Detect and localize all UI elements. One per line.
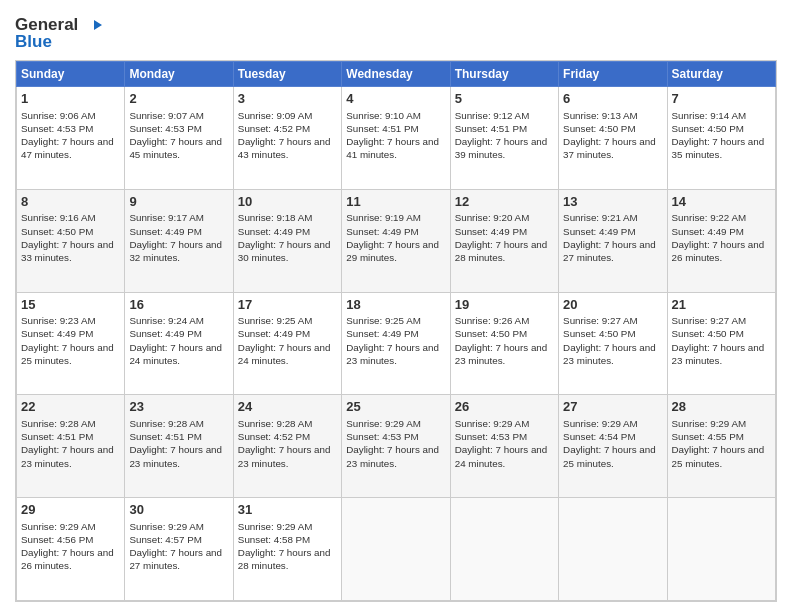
weekday-thursday: Thursday — [450, 62, 558, 87]
day-number: 29 — [21, 501, 120, 519]
calendar-cell: 22Sunrise: 9:28 AMSunset: 4:51 PMDayligh… — [17, 395, 125, 498]
calendar-cell: 8Sunrise: 9:16 AMSunset: 4:50 PMDaylight… — [17, 189, 125, 292]
calendar-cell: 13Sunrise: 9:21 AMSunset: 4:49 PMDayligh… — [559, 189, 667, 292]
calendar-cell: 16Sunrise: 9:24 AMSunset: 4:49 PMDayligh… — [125, 292, 233, 395]
day-number: 20 — [563, 296, 662, 314]
calendar-cell: 12Sunrise: 9:20 AMSunset: 4:49 PMDayligh… — [450, 189, 558, 292]
day-number: 9 — [129, 193, 228, 211]
calendar-cell: 1Sunrise: 9:06 AMSunset: 4:53 PMDaylight… — [17, 87, 125, 190]
day-info: Sunrise: 9:06 AMSunset: 4:53 PMDaylight:… — [21, 109, 120, 162]
day-info: Sunrise: 9:13 AMSunset: 4:50 PMDaylight:… — [563, 109, 662, 162]
header: General Blue — [15, 10, 777, 52]
day-number: 16 — [129, 296, 228, 314]
day-info: Sunrise: 9:24 AMSunset: 4:49 PMDaylight:… — [129, 314, 228, 367]
day-info: Sunrise: 9:25 AMSunset: 4:49 PMDaylight:… — [238, 314, 337, 367]
calendar-cell: 9Sunrise: 9:17 AMSunset: 4:49 PMDaylight… — [125, 189, 233, 292]
day-number: 4 — [346, 90, 445, 108]
day-number: 11 — [346, 193, 445, 211]
calendar-cell: 2Sunrise: 9:07 AMSunset: 4:53 PMDaylight… — [125, 87, 233, 190]
day-info: Sunrise: 9:26 AMSunset: 4:50 PMDaylight:… — [455, 314, 554, 367]
weekday-friday: Friday — [559, 62, 667, 87]
calendar-cell — [667, 498, 775, 601]
day-info: Sunrise: 9:23 AMSunset: 4:49 PMDaylight:… — [21, 314, 120, 367]
calendar-cell: 29Sunrise: 9:29 AMSunset: 4:56 PMDayligh… — [17, 498, 125, 601]
day-info: Sunrise: 9:22 AMSunset: 4:49 PMDaylight:… — [672, 211, 771, 264]
day-info: Sunrise: 9:29 AMSunset: 4:53 PMDaylight:… — [346, 417, 445, 470]
day-number: 22 — [21, 398, 120, 416]
day-number: 6 — [563, 90, 662, 108]
day-info: Sunrise: 9:20 AMSunset: 4:49 PMDaylight:… — [455, 211, 554, 264]
calendar-cell — [559, 498, 667, 601]
day-number: 12 — [455, 193, 554, 211]
calendar-cell: 20Sunrise: 9:27 AMSunset: 4:50 PMDayligh… — [559, 292, 667, 395]
day-number: 24 — [238, 398, 337, 416]
day-info: Sunrise: 9:10 AMSunset: 4:51 PMDaylight:… — [346, 109, 445, 162]
day-number: 31 — [238, 501, 337, 519]
day-info: Sunrise: 9:29 AMSunset: 4:58 PMDaylight:… — [238, 520, 337, 573]
day-info: Sunrise: 9:16 AMSunset: 4:50 PMDaylight:… — [21, 211, 120, 264]
calendar-week-row: 1Sunrise: 9:06 AMSunset: 4:53 PMDaylight… — [17, 87, 776, 190]
day-number: 17 — [238, 296, 337, 314]
calendar: SundayMondayTuesdayWednesdayThursdayFrid… — [15, 60, 777, 602]
day-info: Sunrise: 9:14 AMSunset: 4:50 PMDaylight:… — [672, 109, 771, 162]
weekday-tuesday: Tuesday — [233, 62, 341, 87]
day-info: Sunrise: 9:18 AMSunset: 4:49 PMDaylight:… — [238, 211, 337, 264]
calendar-cell: 7Sunrise: 9:14 AMSunset: 4:50 PMDaylight… — [667, 87, 775, 190]
calendar-cell: 15Sunrise: 9:23 AMSunset: 4:49 PMDayligh… — [17, 292, 125, 395]
calendar-cell: 14Sunrise: 9:22 AMSunset: 4:49 PMDayligh… — [667, 189, 775, 292]
day-info: Sunrise: 9:28 AMSunset: 4:51 PMDaylight:… — [21, 417, 120, 470]
day-number: 23 — [129, 398, 228, 416]
calendar-week-row: 29Sunrise: 9:29 AMSunset: 4:56 PMDayligh… — [17, 498, 776, 601]
day-info: Sunrise: 9:12 AMSunset: 4:51 PMDaylight:… — [455, 109, 554, 162]
calendar-cell: 11Sunrise: 9:19 AMSunset: 4:49 PMDayligh… — [342, 189, 450, 292]
page-container: General Blue SundayMondayTuesdayWednesda… — [0, 0, 792, 612]
day-info: Sunrise: 9:28 AMSunset: 4:52 PMDaylight:… — [238, 417, 337, 470]
day-info: Sunrise: 9:27 AMSunset: 4:50 PMDaylight:… — [563, 314, 662, 367]
weekday-monday: Monday — [125, 62, 233, 87]
day-number: 1 — [21, 90, 120, 108]
calendar-cell: 28Sunrise: 9:29 AMSunset: 4:55 PMDayligh… — [667, 395, 775, 498]
weekday-saturday: Saturday — [667, 62, 775, 87]
day-info: Sunrise: 9:28 AMSunset: 4:51 PMDaylight:… — [129, 417, 228, 470]
weekday-wednesday: Wednesday — [342, 62, 450, 87]
day-number: 10 — [238, 193, 337, 211]
logo-text-blue: Blue — [15, 32, 52, 52]
day-number: 27 — [563, 398, 662, 416]
calendar-cell: 10Sunrise: 9:18 AMSunset: 4:49 PMDayligh… — [233, 189, 341, 292]
calendar-cell: 27Sunrise: 9:29 AMSunset: 4:54 PMDayligh… — [559, 395, 667, 498]
day-info: Sunrise: 9:29 AMSunset: 4:54 PMDaylight:… — [563, 417, 662, 470]
day-number: 21 — [672, 296, 771, 314]
calendar-cell: 5Sunrise: 9:12 AMSunset: 4:51 PMDaylight… — [450, 87, 558, 190]
day-info: Sunrise: 9:21 AMSunset: 4:49 PMDaylight:… — [563, 211, 662, 264]
day-number: 25 — [346, 398, 445, 416]
day-number: 15 — [21, 296, 120, 314]
day-number: 2 — [129, 90, 228, 108]
day-number: 28 — [672, 398, 771, 416]
logo-arrow-icon — [80, 17, 102, 33]
calendar-week-row: 22Sunrise: 9:28 AMSunset: 4:51 PMDayligh… — [17, 395, 776, 498]
calendar-cell: 17Sunrise: 9:25 AMSunset: 4:49 PMDayligh… — [233, 292, 341, 395]
logo: General Blue — [15, 15, 102, 52]
day-info: Sunrise: 9:29 AMSunset: 4:53 PMDaylight:… — [455, 417, 554, 470]
day-info: Sunrise: 9:27 AMSunset: 4:50 PMDaylight:… — [672, 314, 771, 367]
day-number: 5 — [455, 90, 554, 108]
calendar-cell: 23Sunrise: 9:28 AMSunset: 4:51 PMDayligh… — [125, 395, 233, 498]
day-info: Sunrise: 9:17 AMSunset: 4:49 PMDaylight:… — [129, 211, 228, 264]
day-number: 8 — [21, 193, 120, 211]
calendar-cell: 26Sunrise: 9:29 AMSunset: 4:53 PMDayligh… — [450, 395, 558, 498]
day-number: 19 — [455, 296, 554, 314]
weekday-sunday: Sunday — [17, 62, 125, 87]
day-info: Sunrise: 9:19 AMSunset: 4:49 PMDaylight:… — [346, 211, 445, 264]
day-number: 18 — [346, 296, 445, 314]
calendar-cell — [342, 498, 450, 601]
day-number: 26 — [455, 398, 554, 416]
svg-marker-0 — [80, 20, 102, 30]
calendar-week-row: 15Sunrise: 9:23 AMSunset: 4:49 PMDayligh… — [17, 292, 776, 395]
calendar-cell: 18Sunrise: 9:25 AMSunset: 4:49 PMDayligh… — [342, 292, 450, 395]
calendar-cell: 6Sunrise: 9:13 AMSunset: 4:50 PMDaylight… — [559, 87, 667, 190]
calendar-week-row: 8Sunrise: 9:16 AMSunset: 4:50 PMDaylight… — [17, 189, 776, 292]
calendar-cell: 24Sunrise: 9:28 AMSunset: 4:52 PMDayligh… — [233, 395, 341, 498]
day-info: Sunrise: 9:29 AMSunset: 4:56 PMDaylight:… — [21, 520, 120, 573]
day-number: 30 — [129, 501, 228, 519]
calendar-cell: 3Sunrise: 9:09 AMSunset: 4:52 PMDaylight… — [233, 87, 341, 190]
